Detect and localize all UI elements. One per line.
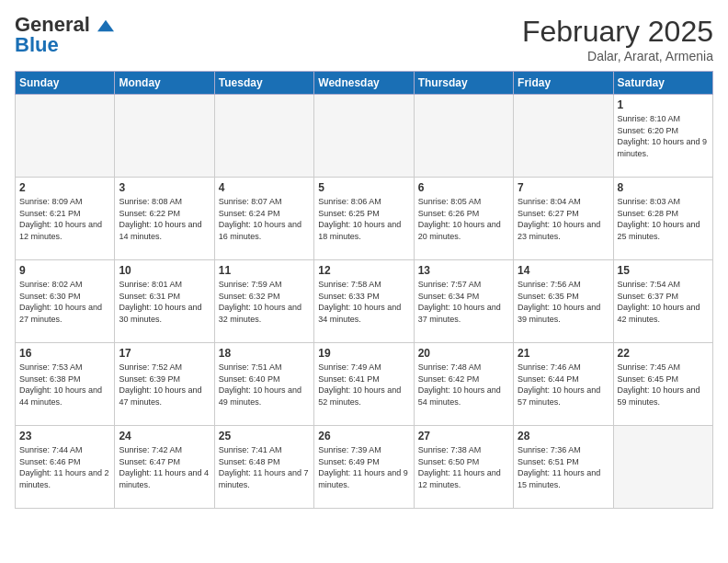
day-number: 1: [618, 98, 709, 111]
day-number: 3: [119, 181, 210, 194]
day-info: Sunrise: 7:56 AMSunset: 6:35 PMDaylight:…: [518, 279, 609, 325]
day-number: 9: [19, 264, 110, 277]
day-cell: 11Sunrise: 7:59 AMSunset: 6:32 PMDayligh…: [214, 260, 313, 343]
day-cell: 19Sunrise: 7:49 AMSunset: 6:41 PMDayligh…: [314, 343, 414, 426]
day-cell: 6Sunrise: 8:05 AMSunset: 6:26 PMDaylight…: [414, 178, 513, 260]
day-cell: 15Sunrise: 7:54 AMSunset: 6:37 PMDayligh…: [613, 260, 712, 343]
day-info: Sunrise: 7:53 AMSunset: 6:38 PMDaylight:…: [19, 362, 110, 408]
day-cell: 1Sunrise: 8:10 AMSunset: 6:20 PMDaylight…: [613, 95, 712, 178]
day-cell: 10Sunrise: 8:01 AMSunset: 6:31 PMDayligh…: [115, 260, 214, 343]
day-info: Sunrise: 7:49 AMSunset: 6:41 PMDaylight:…: [318, 362, 409, 408]
day-number: 7: [518, 181, 609, 194]
day-cell: 21Sunrise: 7:46 AMSunset: 6:44 PMDayligh…: [514, 343, 613, 426]
day-cell: 23Sunrise: 7:44 AMSunset: 6:46 PMDayligh…: [16, 426, 115, 509]
logo: General Blue: [15, 15, 114, 55]
day-cell: 26Sunrise: 7:39 AMSunset: 6:49 PMDayligh…: [314, 426, 414, 509]
day-info: Sunrise: 7:48 AMSunset: 6:42 PMDaylight:…: [418, 362, 509, 408]
day-info: Sunrise: 7:54 AMSunset: 6:37 PMDaylight:…: [618, 279, 709, 325]
day-cell: [414, 95, 513, 178]
day-cell: 2Sunrise: 8:09 AMSunset: 6:21 PMDaylight…: [16, 178, 115, 260]
day-info: Sunrise: 7:38 AMSunset: 6:50 PMDaylight:…: [418, 444, 509, 490]
day-cell: 27Sunrise: 7:38 AMSunset: 6:50 PMDayligh…: [414, 426, 513, 509]
day-cell: 28Sunrise: 7:36 AMSunset: 6:51 PMDayligh…: [514, 426, 613, 509]
location: Dalar, Ararat, Armenia: [522, 49, 713, 63]
day-cell: 4Sunrise: 8:07 AMSunset: 6:24 PMDaylight…: [214, 178, 313, 260]
day-number: 21: [518, 347, 609, 360]
day-cell: [514, 95, 613, 178]
day-cell: 18Sunrise: 7:51 AMSunset: 6:40 PMDayligh…: [214, 343, 313, 426]
day-info: Sunrise: 7:39 AMSunset: 6:49 PMDaylight:…: [318, 444, 409, 490]
day-cell: 13Sunrise: 7:57 AMSunset: 6:34 PMDayligh…: [414, 260, 513, 343]
day-cell: [115, 95, 214, 178]
day-info: Sunrise: 8:03 AMSunset: 6:28 PMDaylight:…: [618, 196, 709, 242]
column-header-sunday: Sunday: [16, 72, 115, 95]
day-info: Sunrise: 8:10 AMSunset: 6:20 PMDaylight:…: [618, 113, 709, 159]
day-number: 11: [219, 264, 310, 277]
week-row-3: 9Sunrise: 8:02 AMSunset: 6:30 PMDaylight…: [16, 260, 713, 343]
day-info: Sunrise: 7:44 AMSunset: 6:46 PMDaylight:…: [19, 444, 110, 490]
day-cell: 8Sunrise: 8:03 AMSunset: 6:28 PMDaylight…: [613, 178, 712, 260]
day-number: 5: [318, 181, 409, 194]
day-info: Sunrise: 8:08 AMSunset: 6:22 PMDaylight:…: [119, 196, 210, 242]
day-cell: [314, 95, 414, 178]
day-number: 17: [119, 347, 210, 360]
day-number: 26: [318, 430, 409, 442]
day-number: 4: [219, 181, 310, 194]
column-header-monday: Monday: [115, 72, 214, 95]
day-info: Sunrise: 7:52 AMSunset: 6:39 PMDaylight:…: [119, 362, 210, 408]
day-info: Sunrise: 8:07 AMSunset: 6:24 PMDaylight:…: [219, 196, 310, 242]
day-cell: 24Sunrise: 7:42 AMSunset: 6:47 PMDayligh…: [115, 426, 214, 509]
day-info: Sunrise: 8:04 AMSunset: 6:27 PMDaylight:…: [518, 196, 609, 242]
day-info: Sunrise: 7:41 AMSunset: 6:48 PMDaylight:…: [219, 444, 310, 490]
day-number: 10: [119, 264, 210, 277]
page-header: General Blue February 2025 Dalar, Ararat…: [15, 15, 713, 63]
day-cell: 20Sunrise: 7:48 AMSunset: 6:42 PMDayligh…: [414, 343, 513, 426]
day-cell: 17Sunrise: 7:52 AMSunset: 6:39 PMDayligh…: [115, 343, 214, 426]
day-cell: [16, 95, 115, 178]
day-cell: [214, 95, 313, 178]
header-row: SundayMondayTuesdayWednesdayThursdayFrid…: [16, 72, 713, 95]
day-cell: 7Sunrise: 8:04 AMSunset: 6:27 PMDaylight…: [514, 178, 613, 260]
column-header-wednesday: Wednesday: [314, 72, 414, 95]
day-number: 16: [19, 347, 110, 360]
day-cell: 12Sunrise: 7:58 AMSunset: 6:33 PMDayligh…: [314, 260, 414, 343]
day-number: 27: [418, 430, 509, 442]
day-cell: 22Sunrise: 7:45 AMSunset: 6:45 PMDayligh…: [613, 343, 712, 426]
day-cell: 5Sunrise: 8:06 AMSunset: 6:25 PMDaylight…: [314, 178, 414, 260]
week-row-5: 23Sunrise: 7:44 AMSunset: 6:46 PMDayligh…: [16, 426, 713, 509]
day-cell: 14Sunrise: 7:56 AMSunset: 6:35 PMDayligh…: [514, 260, 613, 343]
day-cell: [613, 426, 712, 509]
column-header-tuesday: Tuesday: [214, 72, 313, 95]
day-info: Sunrise: 7:45 AMSunset: 6:45 PMDaylight:…: [618, 362, 709, 408]
week-row-2: 2Sunrise: 8:09 AMSunset: 6:21 PMDaylight…: [16, 178, 713, 260]
day-number: 13: [418, 264, 509, 277]
day-number: 20: [418, 347, 509, 360]
day-info: Sunrise: 7:58 AMSunset: 6:33 PMDaylight:…: [318, 279, 409, 325]
day-number: 12: [318, 264, 409, 277]
day-info: Sunrise: 8:02 AMSunset: 6:30 PMDaylight:…: [19, 279, 110, 325]
day-info: Sunrise: 8:06 AMSunset: 6:25 PMDaylight:…: [318, 196, 409, 242]
day-info: Sunrise: 7:57 AMSunset: 6:34 PMDaylight:…: [418, 279, 509, 325]
svg-marker-0: [97, 20, 114, 32]
week-row-1: 1Sunrise: 8:10 AMSunset: 6:20 PMDaylight…: [16, 95, 713, 178]
column-header-saturday: Saturday: [613, 72, 712, 95]
day-info: Sunrise: 8:09 AMSunset: 6:21 PMDaylight:…: [19, 196, 110, 242]
day-number: 22: [618, 347, 709, 360]
day-number: 23: [19, 430, 110, 442]
day-info: Sunrise: 7:36 AMSunset: 6:51 PMDaylight:…: [518, 444, 609, 490]
day-number: 18: [219, 347, 310, 360]
calendar-table: SundayMondayTuesdayWednesdayThursdayFrid…: [15, 71, 713, 509]
logo-blue: Blue: [15, 35, 59, 55]
day-info: Sunrise: 7:46 AMSunset: 6:44 PMDaylight:…: [518, 362, 609, 408]
day-info: Sunrise: 7:42 AMSunset: 6:47 PMDaylight:…: [119, 444, 210, 490]
logo-text: General: [15, 15, 114, 35]
day-number: 28: [518, 430, 609, 442]
day-number: 15: [618, 264, 709, 277]
column-header-thursday: Thursday: [414, 72, 513, 95]
day-info: Sunrise: 7:51 AMSunset: 6:40 PMDaylight:…: [219, 362, 310, 408]
day-cell: 3Sunrise: 8:08 AMSunset: 6:22 PMDaylight…: [115, 178, 214, 260]
week-row-4: 16Sunrise: 7:53 AMSunset: 6:38 PMDayligh…: [16, 343, 713, 426]
column-header-friday: Friday: [514, 72, 613, 95]
month-title: February 2025: [522, 15, 713, 49]
day-cell: 25Sunrise: 7:41 AMSunset: 6:48 PMDayligh…: [214, 426, 313, 509]
